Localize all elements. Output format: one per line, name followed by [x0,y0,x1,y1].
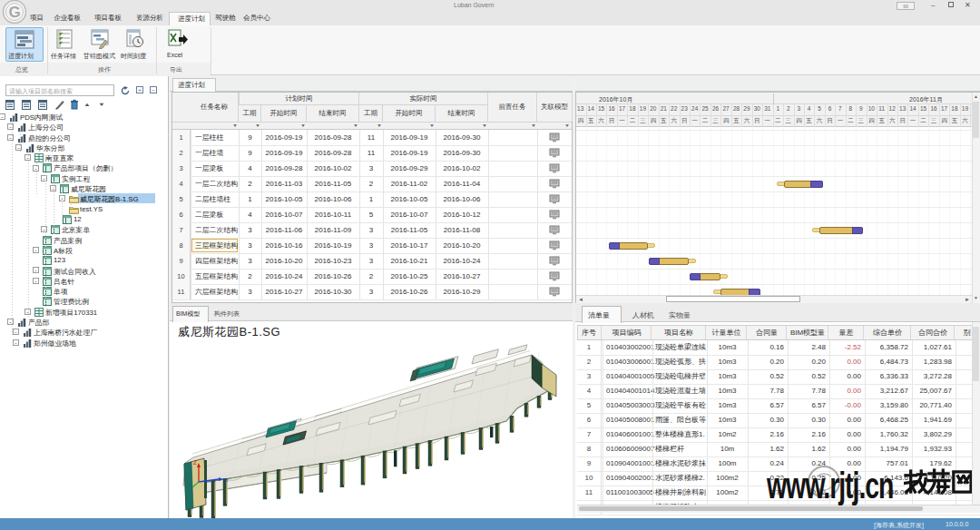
svg-text:Z: Z [193,459,198,466]
svg-text:G: G [8,4,20,21]
svg-text:x: x [225,476,229,483]
